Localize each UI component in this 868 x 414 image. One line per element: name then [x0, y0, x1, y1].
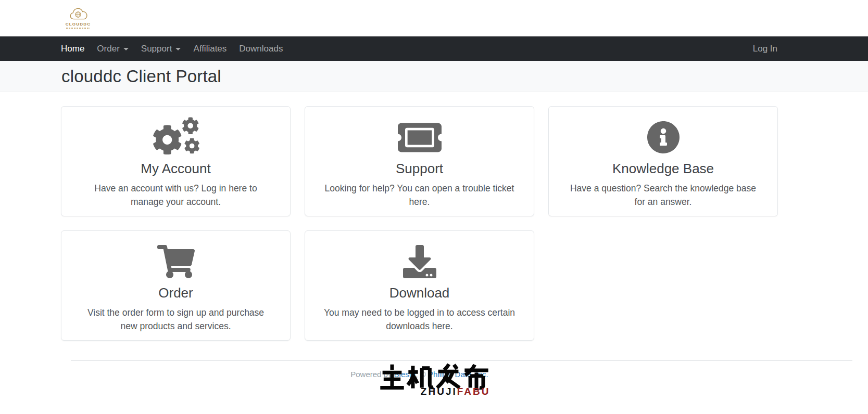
card-title: My Account	[61, 161, 290, 177]
card-support[interactable]: Support Looking for help? You can open a…	[305, 106, 534, 216]
title-band: clouddc Client Portal	[0, 61, 868, 92]
chevron-down-icon	[123, 48, 129, 50]
shopping-cart-icon	[61, 244, 290, 279]
card-title: Knowledge Base	[549, 161, 777, 177]
nav-bar: Home Order Support Affiliates Downloads …	[0, 36, 868, 61]
card-description: You may need to be logged in to access c…	[305, 306, 534, 333]
card-download[interactable]: Download You may need to be logged in to…	[305, 230, 534, 341]
card-title: Download	[305, 285, 534, 301]
logo-text: CLOUDDC	[66, 22, 91, 27]
watermark-cn-text: 主机发布	[490, 363, 491, 364]
phillips-data-link[interactable]: Phillips Data, Inc.	[428, 370, 488, 379]
card-knowledge-base[interactable]: Knowledge Base Have a question? Search t…	[548, 106, 778, 216]
card-order[interactable]: Order Visit the order form to sign up an…	[61, 230, 291, 341]
portal-cards: My Account Have an account with us? Log …	[61, 106, 778, 341]
watermark-latin-text: ZHUJIFABU	[378, 386, 490, 397]
card-my-account[interactable]: My Account Have an account with us? Log …	[61, 106, 291, 216]
card-description: Visit the order form to sign up and purc…	[61, 306, 290, 333]
card-description: Looking for help? You can open a trouble…	[305, 182, 534, 209]
cogs-icon	[61, 120, 290, 154]
chevron-down-icon	[175, 48, 181, 50]
blesta-link[interactable]: Blesta	[394, 370, 416, 379]
nav-item-order[interactable]: Order	[97, 44, 128, 54]
nav-links: Home Order Support Affiliates Downloads	[61, 44, 283, 54]
nav-item-support[interactable]: Support	[141, 44, 181, 54]
card-title: Order	[61, 285, 290, 301]
cloud-logo-icon	[67, 8, 89, 21]
card-description: Have a question? Search the knowledge ba…	[549, 182, 777, 209]
login-link[interactable]: Log In	[753, 44, 777, 54]
nav-item-affiliates[interactable]: Affiliates	[193, 44, 227, 54]
download-icon	[305, 244, 534, 279]
footer-divider	[71, 360, 852, 361]
site-header: CLOUDDC	[0, 0, 868, 36]
nav-item-home[interactable]: Home	[61, 44, 84, 54]
watermark: 主机发布 ZHUJIFABU	[0, 363, 868, 397]
powered-by-text: Powered by Blesta, © Phillips Data, Inc.	[61, 370, 778, 379]
card-title: Support	[305, 161, 534, 177]
info-circle-icon	[549, 120, 777, 154]
site-logo[interactable]: CLOUDDC	[64, 8, 93, 29]
ticket-icon	[305, 120, 534, 154]
card-description: Have an account with us? Log in here to …	[61, 182, 290, 209]
nav-item-downloads[interactable]: Downloads	[239, 44, 283, 54]
page-title: clouddc Client Portal	[61, 67, 221, 86]
logo-tagline	[66, 28, 90, 29]
